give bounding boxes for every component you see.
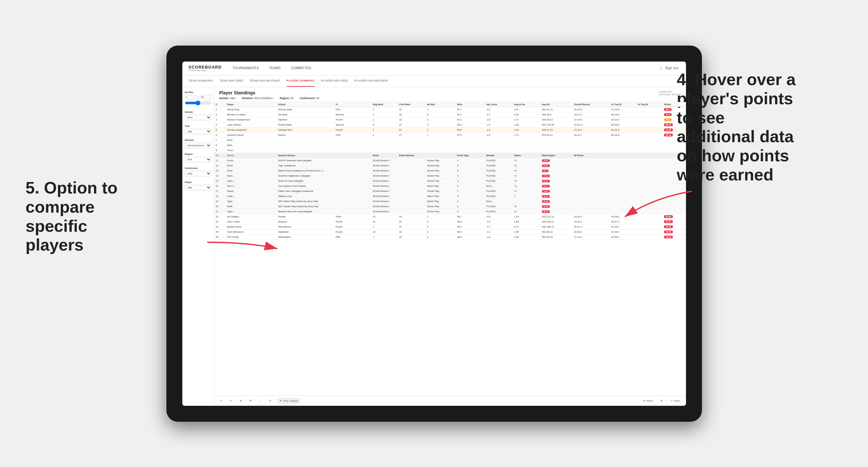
tab-player-h2h-grid[interactable]: PLAYER H2H GRID [321, 75, 348, 87]
division-filter: Division: NCAA Division I [242, 97, 273, 100]
nav-teams[interactable]: TEAMS [268, 62, 282, 75]
share-button[interactable]: ↗ Share [669, 399, 682, 403]
watch-icon: 👁 [643, 399, 646, 402]
eye-icon: 👁 [280, 399, 282, 402]
table-row: 25Cole SherwoodVanderbiltFourth 1224068.… [214, 229, 686, 234]
table-row: 8Mats... [214, 143, 686, 148]
sidebar-player: Player (All) [185, 181, 211, 190]
sidebar-gender-label: Gender [185, 111, 211, 114]
conference-select[interactable]: (All) [185, 171, 211, 176]
sidebar-year-label: Year [185, 125, 211, 127]
sidebar-conference: Conference (All) [185, 167, 211, 176]
sidebar-division-label: Division [185, 139, 211, 142]
no-rds-slider[interactable] [185, 100, 211, 105]
gender-select[interactable]: Men [185, 115, 211, 120]
col-rank: # [214, 102, 226, 107]
undo-button[interactable]: ↩ [218, 399, 224, 403]
nav-links: TOURNAMENTS TEAMS COMMITTEE [231, 62, 651, 75]
col-no-rds: No Rds. [426, 102, 456, 107]
table-row: 1Wenyi DingArizona StateFirst 115167.1 -… [214, 107, 686, 112]
event-row: 21Taylo... Mirabeli Maui Jim Intercolleg… [214, 209, 686, 214]
sidebar-year: Year (All) [185, 125, 211, 134]
table-row: 3Michael ThorbjornsenStanfordFourth 1180… [214, 117, 686, 122]
col-overall: Overall Record [572, 102, 610, 107]
table-header: Player Standings Gender: Men Division: N… [214, 87, 686, 102]
table-header-row: # Player School Yr Reg Rank Conf Rank No… [214, 102, 686, 107]
annotation-5-text: 5. Option tocomparespecific players [26, 179, 134, 255]
tab-team-summary[interactable]: TEAM SUMMARY [189, 75, 213, 87]
redo-button[interactable]: ↪ [228, 399, 234, 403]
event-row: 20Mattl... SEC Stroke Play hosted by Jer… [214, 204, 686, 209]
tab-team-h2h-heatmap[interactable]: TEAM H2H HEATMAP [250, 75, 280, 87]
sidebar: No Rds. – Gender Men Year [182, 87, 214, 406]
table-scroll[interactable]: # Player School Yr Reg Rank Conf Rank No… [214, 102, 686, 396]
bottom-toolbar: ↩ ↪ ⚙ ⧉ — ⏱ 👁 View: Original 👁 Watch [214, 396, 686, 406]
watch-button[interactable]: 👁 Watch [641, 399, 655, 403]
logo-title: SCOREBOARD [189, 65, 222, 69]
table-container: Player Standings Gender: Men Division: N… [214, 87, 686, 406]
col-avg-to-par: Avg to Par [512, 102, 540, 107]
sidebar-conference-label: Conference [185, 167, 211, 169]
export-button[interactable]: ⬇ [658, 399, 664, 403]
main-content: No Rds. – Gender Men Year [182, 87, 686, 406]
col-yr: Yr [334, 102, 371, 107]
col-vs25: Vs Top 25 [610, 102, 636, 107]
tab-team-h2h-grid[interactable]: TEAM H2H GRID [219, 75, 243, 87]
filter-row: Gender: Men Division: NCAA Division I Re… [219, 97, 319, 100]
sign-out-link[interactable]: Sign out [664, 62, 680, 75]
year-select[interactable]: (All) [185, 129, 211, 134]
timer-button[interactable]: ⏱ [267, 399, 274, 403]
table-row: 7Nichi... [214, 137, 686, 143]
table-row: 22Ian GilliganFloridaThird 1024168.7 -0.… [214, 214, 686, 219]
event-row: 18Luke I... Williams Cup NCAA Division I… [214, 193, 686, 198]
event-row: 17David... Fallen Oak Collegiate Invitat… [214, 188, 686, 193]
conference-filter: Conference: All [300, 97, 319, 100]
copy-button[interactable]: ⧉ [248, 398, 253, 403]
sub-nav: TEAM SUMMARY TEAM H2H GRID TEAM H2H HEAT… [182, 75, 686, 87]
table-row: 26Petr HrubyWashingtonFifth 723068.6 -1.… [214, 234, 686, 240]
table-row: 24Bastien AmatNew MexicoFourth 127269.4 … [214, 224, 686, 229]
col-vs50: Vs Top 50 [636, 102, 662, 107]
no-rds-min-input[interactable] [185, 95, 196, 99]
sidebar-division: Division NCAA Division I [185, 139, 211, 148]
event-row: 11Gonb... UNCW Seahawk Intercollegiate N… [214, 158, 686, 163]
event-row: 15Jake I... Ameri An Intercollegiate NCA… [214, 178, 686, 183]
event-player-name: Jackson Koivun [276, 153, 371, 158]
nav-bar: SCOREBOARD Powered by clippi TOURNAMENTS… [182, 62, 686, 75]
view-original-button[interactable]: 👁 View: Original [277, 398, 300, 404]
tablet-device: SCOREBOARD Powered by clippi TOURNAMENTS… [166, 45, 702, 422]
table-row: 4Luke ClantonFlorida StateSecond 527268.… [214, 122, 686, 127]
region-filter: Region: All [280, 97, 293, 100]
nav-committee[interactable]: COMMITTEE [290, 62, 313, 75]
sidebar-region: Region N/A [185, 153, 211, 162]
col-reg-rank: Reg Rank [371, 102, 398, 107]
col-points: Points [662, 102, 686, 107]
col-conf-rank: Conf Rank [398, 102, 426, 107]
table-row: 6Jackson KoivunAuburnFirst 227187.5 -2.0… [214, 132, 686, 137]
col-wins: Wins [456, 102, 485, 107]
sidebar-gender: Gender Men [185, 111, 211, 120]
share-icon: ↗ [670, 399, 673, 402]
sidebar-no-rds-label: No Rds. [185, 91, 211, 94]
table-row: 23Jack LundinMissouriFourth 1124068.5 -2… [214, 219, 686, 224]
player-standings-table: # Player School Yr Reg Rank Conf Rank No… [214, 102, 686, 240]
tab-player-h2h-heatmap[interactable]: PLAYER H2H HEATMAP [354, 75, 388, 87]
region-select[interactable]: N/A [185, 157, 211, 162]
table-row: 2Michael La SassoOle MissSecond 118067.1… [214, 112, 686, 117]
dash-button[interactable]: — [257, 399, 264, 403]
no-rds-max-input[interactable] [200, 95, 212, 99]
update-time: Update time: 27/01/2024 16:56:26 [659, 90, 681, 96]
separator-icon: | [660, 67, 661, 70]
division-select[interactable]: NCAA Division I [185, 143, 211, 148]
sidebar-region-label: Region [185, 153, 211, 156]
tab-player-summary[interactable]: PLAYER SUMMARY [286, 75, 315, 87]
event-row: 12Breni... Tiger Invitational NCAA Divis… [214, 163, 686, 168]
logo-area: SCOREBOARD Powered by clippi [189, 65, 222, 71]
table-row: 9Prest... [214, 148, 686, 153]
nav-right: | Sign out [660, 62, 679, 75]
settings-button[interactable]: ⚙ [238, 399, 244, 403]
nav-tournaments[interactable]: TOURNAMENTS [231, 62, 260, 75]
table-title: Player Standings [219, 90, 319, 95]
event-row: 19Tiger... SEC Match Play hosted by Jerr… [214, 198, 686, 204]
player-select[interactable]: (All) [185, 185, 211, 190]
